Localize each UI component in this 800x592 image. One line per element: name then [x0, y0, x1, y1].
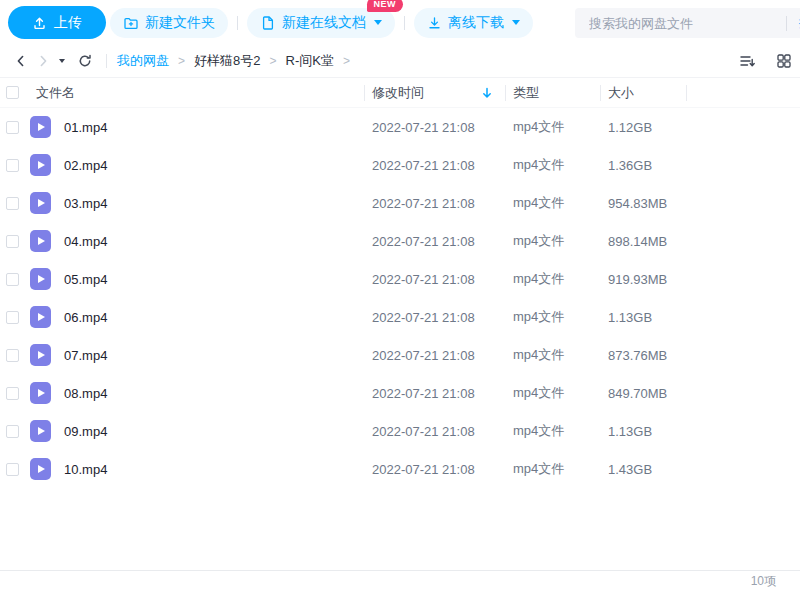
- breadcrumb-item-current-folder[interactable]: R-间K堂: [286, 52, 334, 70]
- file-type: mp4文件: [505, 270, 600, 288]
- back-button[interactable]: [10, 53, 32, 69]
- chevron-down-icon: [374, 20, 382, 25]
- table-row[interactable]: 03.mp4 2022-07-21 21:08 mp4文件 954.83MB: [0, 184, 800, 222]
- file-name[interactable]: 06.mp4: [64, 310, 364, 325]
- file-modified-time: 2022-07-21 21:08: [364, 386, 505, 401]
- toolbar: 上传 新建文件夹 新建在线文档 NEW 离线下载: [0, 0, 800, 45]
- row-checkbox[interactable]: [6, 197, 19, 210]
- new-online-doc-button[interactable]: 新建在线文档 NEW: [247, 8, 395, 38]
- search-box: 搜索: [575, 8, 800, 38]
- upload-button[interactable]: 上传: [8, 6, 106, 39]
- file-size: 849.70MB: [600, 386, 686, 401]
- table-row[interactable]: 09.mp4 2022-07-21 21:08 mp4文件 1.13GB: [0, 412, 800, 450]
- file-type: mp4文件: [505, 460, 600, 478]
- offline-download-button[interactable]: 离线下载: [414, 8, 533, 38]
- table-row[interactable]: 01.mp4 2022-07-21 21:08 mp4文件 1.12GB: [0, 108, 800, 146]
- play-icon: [38, 313, 45, 321]
- table-row[interactable]: 06.mp4 2022-07-21 21:08 mp4文件 1.13GB: [0, 298, 800, 336]
- file-modified-time: 2022-07-21 21:08: [364, 158, 505, 173]
- file-name[interactable]: 04.mp4: [64, 234, 364, 249]
- grid-view-button[interactable]: [773, 53, 795, 69]
- breadcrumb-separator: >: [178, 54, 185, 68]
- row-checkbox[interactable]: [6, 349, 19, 362]
- folder-plus-icon: [123, 15, 139, 31]
- select-all-checkbox[interactable]: [6, 86, 19, 99]
- file-type: mp4文件: [505, 384, 600, 402]
- file-name[interactable]: 07.mp4: [64, 348, 364, 363]
- search-input[interactable]: [587, 15, 786, 32]
- file-name[interactable]: 02.mp4: [64, 158, 364, 173]
- file-type: mp4文件: [505, 422, 600, 440]
- file-type: mp4文件: [505, 156, 600, 174]
- video-file-icon: [30, 192, 51, 214]
- breadcrumb-item-my-drive[interactable]: 我的网盘: [117, 52, 169, 70]
- file-type: mp4文件: [505, 308, 600, 326]
- file-size: 954.83MB: [600, 196, 686, 211]
- file-type: mp4文件: [505, 194, 600, 212]
- play-icon: [38, 389, 45, 397]
- file-type: mp4文件: [505, 118, 600, 136]
- toolbar-divider: [404, 16, 405, 30]
- item-count: 10项: [751, 573, 776, 590]
- history-dropdown-button[interactable]: [54, 59, 68, 63]
- column-header-name[interactable]: 文件名: [30, 78, 364, 108]
- file-modified-time: 2022-07-21 21:08: [364, 424, 505, 439]
- chevron-down-icon: [512, 20, 520, 25]
- search-button[interactable]: 搜索: [787, 14, 800, 32]
- play-icon: [38, 123, 45, 131]
- file-modified-time: 2022-07-21 21:08: [364, 120, 505, 135]
- file-modified-time: 2022-07-21 21:08: [364, 196, 505, 211]
- file-modified-time: 2022-07-21 21:08: [364, 234, 505, 249]
- play-icon: [38, 199, 45, 207]
- sort-desc-arrow-icon: [482, 87, 492, 99]
- file-name[interactable]: 05.mp4: [64, 272, 364, 287]
- refresh-icon: [77, 53, 93, 69]
- new-online-doc-label: 新建在线文档: [282, 14, 366, 32]
- file-type: mp4文件: [505, 346, 600, 364]
- table-row[interactable]: 04.mp4 2022-07-21 21:08 mp4文件 898.14MB: [0, 222, 800, 260]
- table-row[interactable]: 10.mp4 2022-07-21 21:08 mp4文件 1.43GB: [0, 450, 800, 488]
- file-modified-time: 2022-07-21 21:08: [364, 272, 505, 287]
- file-name[interactable]: 10.mp4: [64, 462, 364, 477]
- chevron-left-icon: [13, 53, 29, 69]
- file-name[interactable]: 01.mp4: [64, 120, 364, 135]
- video-file-icon: [30, 382, 51, 404]
- row-checkbox[interactable]: [6, 425, 19, 438]
- table-row[interactable]: 07.mp4 2022-07-21 21:08 mp4文件 873.76MB: [0, 336, 800, 374]
- sort-order-button[interactable]: [736, 53, 759, 69]
- column-header-size[interactable]: 大小: [600, 78, 686, 108]
- table-row[interactable]: 08.mp4 2022-07-21 21:08 mp4文件 849.70MB: [0, 374, 800, 412]
- upload-button-label: 上传: [54, 14, 82, 32]
- row-checkbox[interactable]: [6, 387, 19, 400]
- table-row[interactable]: 02.mp4 2022-07-21 21:08 mp4文件 1.36GB: [0, 146, 800, 184]
- table-header: 文件名 修改时间 类型 大小: [0, 78, 800, 108]
- refresh-button[interactable]: [74, 53, 96, 69]
- column-header-modified[interactable]: 修改时间: [364, 78, 505, 108]
- row-checkbox[interactable]: [6, 121, 19, 134]
- column-header-type[interactable]: 类型: [505, 78, 600, 108]
- play-icon: [38, 237, 45, 245]
- upload-icon: [32, 15, 47, 30]
- file-modified-time: 2022-07-21 21:08: [364, 348, 505, 363]
- file-name[interactable]: 08.mp4: [64, 386, 364, 401]
- grid-view-icon: [776, 53, 792, 69]
- toolbar-divider: [237, 16, 238, 30]
- video-file-icon: [30, 420, 51, 442]
- file-size: 1.13GB: [600, 424, 686, 439]
- view-controls: [736, 53, 786, 69]
- new-folder-button[interactable]: 新建文件夹: [110, 8, 228, 38]
- file-name[interactable]: 03.mp4: [64, 196, 364, 211]
- navigation-bar: 我的网盘 > 好样猫8号2 > R-间K堂 >: [0, 45, 800, 78]
- row-checkbox[interactable]: [6, 311, 19, 324]
- row-checkbox[interactable]: [6, 463, 19, 476]
- table-row[interactable]: 05.mp4 2022-07-21 21:08 mp4文件 919.93MB: [0, 260, 800, 298]
- row-checkbox[interactable]: [6, 273, 19, 286]
- file-name[interactable]: 09.mp4: [64, 424, 364, 439]
- breadcrumb-separator: >: [343, 54, 350, 68]
- breadcrumb-item-folder[interactable]: 好样猫8号2: [194, 52, 260, 70]
- forward-button[interactable]: [32, 53, 54, 69]
- nav-divider: [106, 54, 107, 68]
- row-checkbox[interactable]: [6, 235, 19, 248]
- row-checkbox[interactable]: [6, 159, 19, 172]
- file-modified-time: 2022-07-21 21:08: [364, 310, 505, 325]
